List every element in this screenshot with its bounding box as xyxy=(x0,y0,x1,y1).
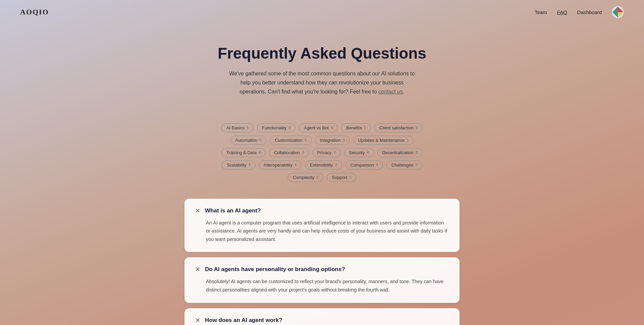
tag-extensibility[interactable]: Extensibility2 xyxy=(305,160,342,170)
nav-faq[interactable]: FAQ xyxy=(557,9,567,15)
hero-section: Frequently Asked Questions We've gathere… xyxy=(0,24,644,110)
tag-automation[interactable]: Automation5 xyxy=(230,136,267,145)
tag-security[interactable]: Security4 xyxy=(344,148,374,157)
faq-header-2: ✕ How does an AI agent work? xyxy=(195,317,449,324)
tag-updates-&-maintenance[interactable]: Updates & Maintenance1 xyxy=(353,136,414,145)
faq-close-0[interactable]: ✕ xyxy=(195,208,200,214)
faq-answer-0: An AI agent is a computer program that u… xyxy=(195,219,449,244)
tags-container: AI Basics5Functionality8Agent vs Bot4Ben… xyxy=(205,123,439,182)
tag-client-satisfaction[interactable]: Client satisfaction6 xyxy=(374,123,423,132)
tag-training-&-data[interactable]: Training & Data4 xyxy=(221,148,266,157)
tag-customization[interactable]: Customization5 xyxy=(270,136,312,145)
navigation: AOQIO Team FAQ Dashboard xyxy=(0,0,644,24)
contact-link[interactable]: contact us xyxy=(378,89,403,94)
tag-integration[interactable]: Integration3 xyxy=(315,136,350,145)
faq-section: ✕ What is an AI agent? An AI agent is a … xyxy=(178,199,466,325)
faq-card-2: ✕ How does an AI agent work? AI agents u… xyxy=(184,308,460,325)
faq-card-0: ✕ What is an AI agent? An AI agent is a … xyxy=(184,199,460,252)
tag-complexity[interactable]: Complexity2 xyxy=(288,173,323,182)
tag-benefits[interactable]: Benefits5 xyxy=(341,123,371,132)
faq-header-1: ✕ Do AI agents have personality or brand… xyxy=(195,266,449,273)
faq-close-2[interactable]: ✕ xyxy=(195,317,200,323)
tag-decentralization[interactable]: Decentralization3 xyxy=(377,148,423,157)
logo[interactable]: AOQIO xyxy=(20,8,49,16)
avatar[interactable] xyxy=(612,6,624,18)
faq-question-1: Do AI agents have personality or brandin… xyxy=(205,266,345,273)
nav-links: Team FAQ Dashboard xyxy=(535,6,624,18)
faq-question-0: What is an AI agent? xyxy=(205,207,261,214)
tag-challenges[interactable]: Challenges3 xyxy=(386,160,422,170)
faq-card-1: ✕ Do AI agents have personality or brand… xyxy=(184,257,460,303)
tag-comparison[interactable]: Comparison4 xyxy=(345,160,383,170)
faq-question-2: How does an AI agent work? xyxy=(205,317,282,324)
tag-collaboration[interactable]: Collaboration3 xyxy=(269,148,309,157)
tag-ai-basics[interactable]: AI Basics5 xyxy=(221,123,254,132)
hero-description: We've gathered some of the most common q… xyxy=(228,69,416,96)
nav-team[interactable]: Team xyxy=(535,9,547,15)
tag-interoperability[interactable]: Interoperability4 xyxy=(259,160,302,170)
faq-close-1[interactable]: ✕ xyxy=(195,266,200,272)
faq-answer-1: Absolutely! AI agents can be customized … xyxy=(195,277,449,294)
tag-agent-vs-bot[interactable]: Agent vs Bot4 xyxy=(299,123,338,132)
page-title: Frequently Asked Questions xyxy=(7,44,637,62)
nav-dashboard[interactable]: Dashboard xyxy=(577,9,602,15)
tag-support[interactable]: Support1 xyxy=(327,173,356,182)
tag-privacy[interactable]: Privacy2 xyxy=(312,148,341,157)
tag-scalability[interactable]: Scalability3 xyxy=(222,160,256,170)
tag-functionality[interactable]: Functionality8 xyxy=(257,123,296,132)
faq-header-0: ✕ What is an AI agent? xyxy=(195,207,449,214)
